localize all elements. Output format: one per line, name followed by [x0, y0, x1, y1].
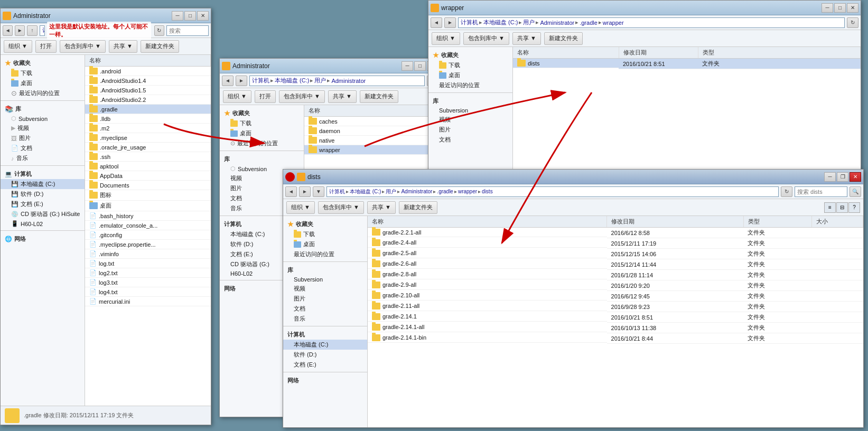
table-row-gradle2141[interactable]: gradle-2.14.1 2016/10/21 8:51文件夹 — [368, 312, 863, 323]
win4-lib-subversion[interactable]: Subversion — [283, 275, 367, 284]
win1-drive-g[interactable]: 💿CD 驱动器 (G:) HiSuite — [1, 209, 85, 219]
win1-fav-recent[interactable]: ⊙最近访问的位置 — [1, 88, 85, 98]
win1-lib-docs[interactable]: 📄文档 — [1, 143, 85, 153]
table-row-gradle28[interactable]: gradle-2.8-all 2016/1/28 11:14文件夹 — [368, 270, 863, 280]
window-administrator-left[interactable]: Administrator ─ □ ✕ ◄ ► ↑ 计算机 ▸ 本地磁盘 (C:… — [0, 8, 211, 425]
table-row-gradle29[interactable]: gradle-2.9-all 2016/1/20 9:20文件夹 — [368, 280, 863, 291]
table-row-dists[interactable]: dists 2016/10/21 8:51 文件夹 — [513, 59, 861, 69]
win4-include-btn[interactable]: 包含到库中 ▼ — [318, 201, 364, 214]
win3-close[interactable]: ✕ — [847, 3, 858, 13]
win3-fav-downloads[interactable]: 下载 — [428, 60, 512, 70]
table-row[interactable]: 📄.bash_history — [85, 211, 211, 221]
table-row[interactable]: .AndroidStudio1.4 — [85, 76, 211, 86]
table-row-daemon[interactable]: daemon — [304, 126, 441, 136]
win4-network[interactable]: 网络 — [283, 374, 367, 386]
win1-fav-downloads[interactable]: 下载 — [1, 68, 85, 78]
table-row[interactable]: .oracle_jre_usage — [85, 143, 211, 152]
table-row[interactable]: .android — [85, 67, 211, 77]
win2-back-btn[interactable]: ◄ — [222, 76, 234, 86]
win2-maximize[interactable]: □ — [414, 61, 426, 71]
win4-lib-video[interactable]: 视频 — [283, 284, 367, 294]
win3-address-path[interactable]: 计算机▸ 本地磁盘 (C:)▸ 用户▸ Administrator▸ .grad… — [458, 17, 845, 28]
win4-drive-e[interactable]: 文档 (E:) — [283, 360, 367, 370]
table-row-gradle26[interactable]: gradle-2.6-all 2015/12/14 11:44文件夹 — [368, 259, 863, 270]
win1-forward-btn[interactable]: ► — [15, 25, 25, 36]
win1-lib-music[interactable]: ♪音乐 — [1, 153, 85, 163]
win1-drive-d[interactable]: 💾软件 (D:) — [1, 189, 85, 199]
win3-organize-btn[interactable]: 组织 ▼ — [432, 32, 460, 45]
win4-drive-c[interactable]: 本地磁盘 (C:) — [283, 340, 367, 350]
window-dists-contents[interactable]: dists ─ ❐ ✕ ◄ ► ▼ 计算机▸ 本地磁盘 (C:)▸ 用户▸ Ad… — [283, 169, 864, 428]
table-row[interactable]: .ssh — [85, 152, 211, 162]
win2-newfolder-btn[interactable]: 新建文件夹 — [360, 90, 398, 103]
table-row[interactable]: 📄.myeclipse.propertie... — [85, 240, 211, 249]
win4-drive-d[interactable]: 软件 (D:) — [283, 350, 367, 360]
win1-organize-btn[interactable]: 组织 ▼ — [4, 40, 32, 53]
win1-network-title[interactable]: 🌐 网络 — [1, 233, 85, 244]
win1-lib-subversion[interactable]: ⬡Subversion — [1, 114, 85, 123]
win4-search-input[interactable] — [795, 186, 847, 197]
win1-search-input[interactable] — [166, 25, 209, 36]
table-row[interactable]: 📄.viminfo — [85, 249, 211, 259]
win4-fav-downloads[interactable]: 下载 — [283, 229, 367, 239]
table-row[interactable]: 📄log.txt — [85, 259, 211, 268]
win4-lib-pictures[interactable]: 图片 — [283, 294, 367, 304]
win4-view-help[interactable]: ? — [848, 202, 860, 213]
table-row-gradle210[interactable]: gradle-2.10-all 2016/6/12 9:45文件夹 — [368, 291, 863, 302]
win1-up-btn[interactable]: ↑ — [27, 25, 37, 36]
win3-lib-pictures[interactable]: 图片 — [428, 125, 512, 135]
win4-search-btn[interactable]: 🔍 — [850, 186, 861, 197]
win3-lib-subversion[interactable]: Subversion — [428, 106, 512, 115]
table-row-native[interactable]: native — [304, 136, 441, 145]
win4-lib-music[interactable]: 音乐 — [283, 314, 367, 324]
win2-organize-btn[interactable]: 组织 ▼ — [223, 90, 251, 103]
win2-fav-downloads[interactable]: 下载 — [220, 118, 304, 128]
win1-newfolder-btn[interactable]: 新建文件夹 — [141, 40, 179, 53]
table-row-gradle2141bin[interactable]: gradle-2.14.1-bin 2016/10/21 8:44文件夹 — [368, 333, 863, 344]
win4-view-details[interactable]: ⊟ — [836, 202, 848, 213]
win4-close[interactable]: ✕ — [850, 172, 861, 182]
win3-fav-recent[interactable]: 最近访问的位置 — [428, 80, 512, 90]
win3-lib-docs[interactable]: 文档 — [428, 135, 512, 145]
win4-address-path[interactable]: 计算机▸ 本地磁盘 (C:)▸ 用户▸ Administrator▸ .grad… — [326, 186, 779, 197]
table-row[interactable]: Documents — [85, 181, 211, 190]
table-row[interactable]: 📄.gitconfig — [85, 230, 211, 240]
win1-address-path[interactable]: 计算机 ▸ 本地磁盘 (C:) ▸ 用户 ▸ Administrator — [40, 25, 45, 36]
table-row-gradle24[interactable]: gradle-2.4-all 2015/12/11 17:19文件夹 — [368, 238, 863, 249]
table-row-gradle2141all[interactable]: gradle-2.14.1-all 2016/10/13 11:38文件夹 — [368, 323, 863, 333]
win4-nav3-btn[interactable]: ▼ — [313, 186, 324, 197]
win4-newfolder-btn[interactable]: 新建文件夹 — [399, 201, 437, 214]
win1-back-btn[interactable]: ◄ — [3, 25, 13, 36]
table-row-caches[interactable]: caches — [304, 117, 441, 127]
win1-open-btn[interactable]: 打开 — [35, 40, 57, 53]
table-row-gradle211[interactable]: gradle-2.11-all 2016/9/28 9:23文件夹 — [368, 302, 863, 312]
table-row[interactable]: apktool — [85, 162, 211, 171]
win4-organize-btn[interactable]: 组织 ▼ — [286, 201, 315, 214]
table-row-gradle25[interactable]: gradle-2.5-all 2015/12/15 14:06文件夹 — [368, 249, 863, 259]
win1-close[interactable]: ✕ — [197, 11, 209, 21]
table-row[interactable]: 📄.emulator_console_a... — [85, 221, 211, 230]
win4-forward-btn[interactable]: ► — [299, 186, 311, 197]
win1-minimize[interactable]: ─ — [172, 11, 183, 21]
table-row-wrapper[interactable]: wrapper — [304, 145, 441, 155]
win1-lib-pictures[interactable]: 🖼图片 — [1, 133, 85, 143]
table-row[interactable]: 📄log4.txt — [85, 287, 211, 297]
win2-share-btn[interactable]: 共享 ▼ — [328, 90, 357, 103]
table-row[interactable]: 📄mercurial.ini — [85, 297, 211, 306]
win2-include-btn[interactable]: 包含到库中 ▼ — [279, 90, 325, 103]
win2-address-path[interactable]: 计算机 ▸ 本地磁盘 (C:) ▸ 用户 ▸ Administrator — [249, 76, 425, 86]
win4-fav-desktop[interactable]: 桌面 — [283, 239, 367, 249]
win2-fav-recent[interactable]: ⊙最近访问的位置 — [220, 138, 304, 148]
win3-share-btn[interactable]: 共享 ▼ — [512, 32, 541, 45]
table-row[interactable]: AppData — [85, 171, 211, 181]
win4-view-list[interactable]: ≡ — [824, 202, 836, 213]
win4-restore[interactable]: ❐ — [837, 172, 848, 182]
win3-refresh-btn[interactable]: ↻ — [847, 17, 858, 28]
win1-h60[interactable]: 📱H60-L02 — [1, 219, 85, 228]
win4-fav-recent[interactable]: 最近访问的位置 — [283, 249, 367, 259]
win2-fav-desktop[interactable]: 桌面 — [220, 128, 304, 138]
win1-refresh-btn[interactable]: ↻ — [154, 25, 164, 36]
win4-lib-docs[interactable]: 文档 — [283, 304, 367, 314]
win3-forward-btn[interactable]: ► — [444, 17, 456, 28]
win1-fav-desktop[interactable]: 桌面 — [1, 78, 85, 88]
